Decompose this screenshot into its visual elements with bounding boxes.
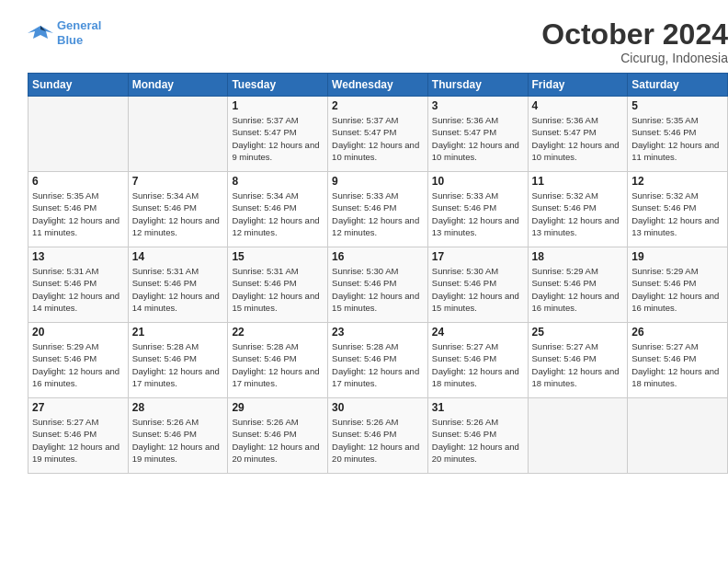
day-info: Sunrise: 5:31 AMSunset: 5:46 PMDaylight:… [132,265,224,314]
day-info: Sunrise: 5:30 AMSunset: 5:46 PMDaylight:… [332,265,424,314]
day-info: Sunrise: 5:28 AMSunset: 5:46 PMDaylight:… [332,340,424,389]
day-info: Sunrise: 5:33 AMSunset: 5:46 PMDaylight:… [432,190,524,238]
day-number: 27 [32,401,124,414]
day-number: 5 [631,99,723,112]
day-info: Sunrise: 5:31 AMSunset: 5:46 PMDaylight:… [232,265,324,314]
calendar-cell: 2Sunrise: 5:37 AMSunset: 5:47 PMDaylight… [328,97,428,172]
day-number: 30 [332,401,424,414]
calendar-cell: 24Sunrise: 5:27 AMSunset: 5:46 PMDayligh… [427,323,528,398]
day-number: 10 [432,175,524,188]
weekday-header: Monday [128,74,228,97]
weekday-header: Saturday [628,74,728,97]
day-number: 1 [232,99,324,112]
calendar-cell: 31Sunrise: 5:26 AMSunset: 5:46 PMDayligh… [427,398,528,474]
day-info: Sunrise: 5:36 AMSunset: 5:47 PMDaylight:… [532,114,624,163]
day-info: Sunrise: 5:35 AMSunset: 5:46 PMDaylight:… [32,190,124,238]
day-info: Sunrise: 5:33 AMSunset: 5:46 PMDaylight:… [332,190,424,238]
day-info: Sunrise: 5:36 AMSunset: 5:47 PMDaylight:… [432,114,524,163]
day-info: Sunrise: 5:37 AMSunset: 5:47 PMDaylight:… [332,114,424,163]
day-number: 18 [532,250,624,263]
day-info: Sunrise: 5:27 AMSunset: 5:46 PMDaylight:… [532,340,624,389]
day-number: 31 [432,401,524,414]
day-number: 22 [232,326,324,339]
calendar-cell [28,97,129,172]
day-info: Sunrise: 5:37 AMSunset: 5:47 PMDaylight:… [232,114,324,163]
calendar-cell: 30Sunrise: 5:26 AMSunset: 5:46 PMDayligh… [328,398,428,474]
page: General Blue October 2024 Cicurug, Indon… [14,9,728,563]
day-number: 7 [132,175,224,188]
day-number: 2 [332,99,424,112]
month-title: October 2024 [541,18,728,51]
day-info: Sunrise: 5:31 AMSunset: 5:46 PMDaylight:… [32,265,124,314]
day-number: 17 [432,250,524,263]
calendar-cell: 14Sunrise: 5:31 AMSunset: 5:46 PMDayligh… [128,247,228,323]
calendar-cell: 7Sunrise: 5:34 AMSunset: 5:46 PMDaylight… [128,172,228,247]
day-number: 3 [432,99,524,112]
day-info: Sunrise: 5:26 AMSunset: 5:46 PMDaylight:… [132,416,224,465]
logo-line1: General [57,18,101,32]
day-number: 23 [332,326,424,339]
weekday-header: Tuesday [228,74,328,97]
day-info: Sunrise: 5:32 AMSunset: 5:46 PMDaylight:… [631,190,723,238]
day-info: Sunrise: 5:32 AMSunset: 5:46 PMDaylight:… [532,190,624,238]
calendar-cell: 22Sunrise: 5:28 AMSunset: 5:46 PMDayligh… [228,323,328,398]
day-info: Sunrise: 5:35 AMSunset: 5:46 PMDaylight:… [631,114,723,163]
calendar-cell: 8Sunrise: 5:34 AMSunset: 5:46 PMDaylight… [228,172,328,247]
day-number: 11 [532,175,624,188]
calendar-cell: 15Sunrise: 5:31 AMSunset: 5:46 PMDayligh… [228,247,328,323]
day-info: Sunrise: 5:27 AMSunset: 5:46 PMDaylight:… [432,340,524,389]
calendar-cell: 3Sunrise: 5:36 AMSunset: 5:47 PMDaylight… [427,97,528,172]
calendar-cell: 18Sunrise: 5:29 AMSunset: 5:46 PMDayligh… [528,247,628,323]
day-number: 14 [132,250,224,263]
calendar-cell [128,97,228,172]
day-number: 4 [532,99,624,112]
calendar-cell: 6Sunrise: 5:35 AMSunset: 5:46 PMDaylight… [28,172,129,247]
day-info: Sunrise: 5:34 AMSunset: 5:46 PMDaylight:… [232,190,324,238]
calendar-cell: 16Sunrise: 5:30 AMSunset: 5:46 PMDayligh… [328,247,428,323]
calendar-cell: 26Sunrise: 5:27 AMSunset: 5:46 PMDayligh… [628,323,728,398]
calendar-cell: 12Sunrise: 5:32 AMSunset: 5:46 PMDayligh… [628,172,728,247]
day-number: 9 [332,175,424,188]
calendar-cell: 21Sunrise: 5:28 AMSunset: 5:46 PMDayligh… [128,323,228,398]
calendar-cell: 17Sunrise: 5:30 AMSunset: 5:46 PMDayligh… [427,247,528,323]
day-number: 20 [32,326,124,339]
header: General Blue October 2024 Cicurug, Indon… [28,18,728,65]
calendar-cell: 19Sunrise: 5:29 AMSunset: 5:46 PMDayligh… [628,247,728,323]
weekday-header: Thursday [427,74,528,97]
calendar-cell: 28Sunrise: 5:26 AMSunset: 5:46 PMDayligh… [128,398,228,474]
calendar-cell: 9Sunrise: 5:33 AMSunset: 5:46 PMDaylight… [328,172,428,247]
day-number: 19 [631,250,723,263]
day-number: 13 [32,250,124,263]
day-info: Sunrise: 5:28 AMSunset: 5:46 PMDaylight:… [132,340,224,389]
logo: General Blue [28,18,101,47]
day-info: Sunrise: 5:29 AMSunset: 5:46 PMDaylight:… [32,340,124,389]
day-number: 16 [332,250,424,263]
logo-line2: Blue [57,33,83,47]
day-number: 25 [532,326,624,339]
calendar-header-row: SundayMondayTuesdayWednesdayThursdayFrid… [28,74,728,97]
calendar-cell: 10Sunrise: 5:33 AMSunset: 5:46 PMDayligh… [427,172,528,247]
calendar-cell: 20Sunrise: 5:29 AMSunset: 5:46 PMDayligh… [28,323,129,398]
day-info: Sunrise: 5:29 AMSunset: 5:46 PMDaylight:… [631,265,723,314]
day-number: 24 [432,326,524,339]
day-info: Sunrise: 5:30 AMSunset: 5:46 PMDaylight:… [432,265,524,314]
calendar-cell: 1Sunrise: 5:37 AMSunset: 5:47 PMDaylight… [228,97,328,172]
calendar-cell: 29Sunrise: 5:26 AMSunset: 5:46 PMDayligh… [228,398,328,474]
calendar-cell [628,398,728,474]
logo-icon [28,22,53,44]
day-number: 29 [232,401,324,414]
day-number: 6 [32,175,124,188]
day-info: Sunrise: 5:27 AMSunset: 5:46 PMDaylight:… [631,340,723,389]
calendar-cell: 13Sunrise: 5:31 AMSunset: 5:46 PMDayligh… [28,247,129,323]
day-number: 15 [232,250,324,263]
calendar-cell [528,398,628,474]
day-number: 26 [631,326,723,339]
day-number: 21 [132,326,224,339]
calendar: SundayMondayTuesdayWednesdayThursdayFrid… [28,73,728,474]
location: Cicurug, Indonesia [541,51,728,65]
calendar-week-row: 1Sunrise: 5:37 AMSunset: 5:47 PMDaylight… [28,97,728,172]
calendar-week-row: 13Sunrise: 5:31 AMSunset: 5:46 PMDayligh… [28,247,728,323]
day-info: Sunrise: 5:29 AMSunset: 5:46 PMDaylight:… [532,265,624,314]
calendar-week-row: 20Sunrise: 5:29 AMSunset: 5:46 PMDayligh… [28,323,728,398]
calendar-week-row: 27Sunrise: 5:27 AMSunset: 5:46 PMDayligh… [28,398,728,474]
